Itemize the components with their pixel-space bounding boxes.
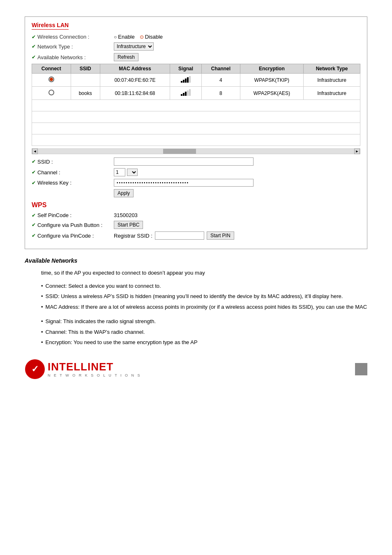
bar3 [185, 79, 187, 83]
signal-cell [170, 87, 202, 100]
start-pin-button[interactable]: Start PIN [207, 231, 234, 240]
checkmark-icon: ✔ [32, 44, 36, 49]
signal-cell [170, 74, 202, 87]
wireless-connection-label: ✔ Wireless Connection : [32, 34, 114, 40]
panel-title: Wireless LAN [32, 22, 69, 30]
list-item: • Connect: Select a device you want to c… [41, 282, 367, 290]
network-type-select[interactable]: Infrastructure Ad Hoc [114, 42, 154, 51]
channel-label: ✔ Channel : [32, 169, 114, 176]
list-item: • SSID: Unless a wireless AP’s SSID is h… [41, 292, 367, 301]
bullet-dot: • [41, 338, 43, 347]
bullet-text: MAC Address: If there are a lot of wirel… [46, 303, 367, 311]
channel-cell: 8 [202, 87, 240, 100]
bar3 [185, 92, 187, 96]
scroll-right-arrow[interactable]: ► [354, 148, 360, 154]
encryption-cell: WPAPSK(TKIP) [240, 74, 303, 87]
scrollbar[interactable]: ◄ ► [32, 148, 360, 154]
bullet-dot: • [41, 282, 43, 290]
checkmark-icon: ✔ [32, 213, 36, 218]
self-pincode-row: ✔ Self PinCode : 31500203 [32, 212, 360, 218]
table-row: books 00:1B:11:62:84:68 8 WPA2PSK(AES) I… [32, 87, 360, 100]
table-row-empty [32, 134, 360, 146]
logo-text-container: INTELLINET N E T W O R K S O L U T I O N… [48, 361, 141, 377]
checkmark-icon: ✔ [32, 34, 36, 40]
channel-cell: 4 [202, 74, 240, 87]
wireless-key-field[interactable]: •••••••••••••••••••••••••••••••• [114, 179, 254, 187]
table-row-empty [32, 100, 360, 111]
enable-disable-group: ○ Enable ⊙ Disable [114, 34, 163, 40]
registrar-ssid-input[interactable] [155, 231, 204, 240]
network-type-row: ✔ Network Type : Infrastructure Ad Hoc [32, 42, 360, 51]
enable-radio[interactable]: ○ Enable [114, 34, 135, 40]
wps-title: WPS [32, 201, 360, 209]
bar1 [181, 81, 182, 83]
wireless-key-label: ✔ Wireless Key : [32, 180, 114, 186]
bullet-dot: • [41, 317, 43, 326]
table-row: 00:07:40:FE:60:7E 4 WPAPSK(TKIP) Infrast… [32, 74, 360, 87]
networks-table: Connect SSID MAC Address Signal Channel … [32, 64, 360, 146]
wireless-lan-panel: Wireless LAN ✔ Wireless Connection : ○ E… [25, 16, 367, 249]
push-button-row: ✔ Configure via Push Button : Start PBC [32, 221, 360, 229]
checkmark-icon: ✔ [32, 54, 36, 60]
svg-text:✓: ✓ [31, 364, 39, 374]
logo-tagline: N E T W O R K S O L U T I O N S [48, 373, 141, 377]
network-type-label: ✔ Network Type : [32, 44, 114, 50]
bullet-dot: • [41, 328, 43, 336]
radio-filled-icon[interactable] [48, 76, 54, 82]
bullet-text: Signal: This indicates the radio signal … [46, 317, 156, 326]
logo-section: ✓ INTELLINET N E T W O R K S O L U T I O… [25, 359, 367, 379]
col-ssid: SSID [71, 64, 100, 74]
bullet-text: SSID: Unless a wireless AP’s SSID is hid… [46, 292, 343, 301]
scroll-thumb[interactable] [163, 149, 196, 154]
bullet-text: Encryption: You need to use the same enc… [46, 338, 198, 347]
bullet-list-1: • Connect: Select a device you want to c… [41, 282, 367, 311]
refresh-button[interactable]: Refresh [114, 53, 138, 61]
network-type-cell: Infrastructure [304, 87, 360, 100]
apply-button[interactable]: Apply [114, 189, 134, 197]
disable-radio[interactable]: ⊙ Disable [140, 34, 163, 40]
bar2 [183, 93, 184, 96]
ssid-cell [71, 74, 100, 87]
page-corner [355, 363, 367, 375]
channel-input-group [114, 168, 138, 176]
checkmark-icon: ✔ [32, 222, 36, 228]
channel-input[interactable] [114, 168, 125, 176]
bottom-fields: ✔ SSID : ✔ Channel : ✔ Wireless Key : ••… [32, 157, 360, 197]
connect-cell[interactable] [32, 87, 71, 100]
connect-cell[interactable] [32, 74, 71, 87]
col-channel: Channel [202, 64, 240, 74]
bullet-text: Channel: This is the WAP’s radio channel… [46, 328, 145, 336]
channel-select[interactable] [127, 169, 138, 176]
pin-code-group: Registrar SSID : Start PIN [114, 231, 234, 240]
ssid-cell: books [71, 87, 100, 100]
mac-cell: 00:07:40:FE:60:7E [100, 74, 170, 87]
push-button-label: ✔ Configure via Push Button : [32, 222, 114, 228]
available-networks-label: ✔ Available Networks : [32, 54, 114, 60]
intellinet-logo-icon: ✓ [25, 359, 45, 379]
list-item: • Channel: This is the WAP’s radio chann… [41, 328, 367, 336]
signal-bars [181, 89, 191, 96]
col-encryption: Encryption [240, 64, 303, 74]
apply-row: Apply [32, 189, 360, 197]
bullet-dot: • [41, 303, 43, 311]
bullet-dot: • [41, 292, 43, 301]
bar1 [181, 94, 182, 96]
list-item: • Encryption: You need to use the same e… [41, 338, 367, 347]
radio-empty-icon[interactable] [48, 90, 54, 95]
body-text: time, so if the AP you expected to conne… [41, 269, 367, 277]
self-pincode-label: ✔ Self PinCode : [32, 212, 114, 218]
bar5 [189, 76, 191, 83]
encryption-cell: WPA2PSK(AES) [240, 87, 303, 100]
list-item: • Signal: This indicates the radio signa… [41, 317, 367, 326]
scroll-left-arrow[interactable]: ◄ [32, 148, 38, 154]
bullet-list-2: • Signal: This indicates the radio signa… [41, 317, 367, 347]
ssid-input[interactable] [114, 157, 254, 166]
checkmark-icon: ✔ [32, 159, 36, 164]
wireless-key-row: ✔ Wireless Key : •••••••••••••••••••••••… [32, 179, 360, 187]
ssid-label: ✔ SSID : [32, 159, 114, 165]
available-networks-row: ✔ Available Networks : Refresh [32, 53, 360, 61]
bar4 [187, 77, 189, 83]
table-row-empty [32, 123, 360, 134]
start-pbc-button[interactable]: Start PBC [114, 221, 143, 229]
channel-field-row: ✔ Channel : [32, 168, 360, 176]
